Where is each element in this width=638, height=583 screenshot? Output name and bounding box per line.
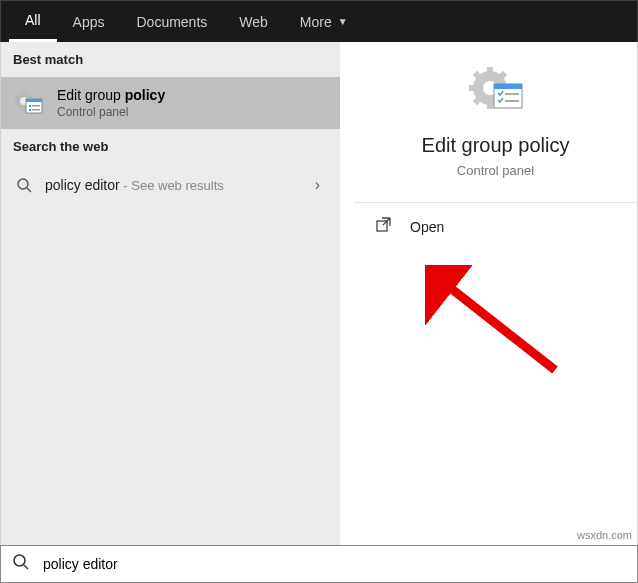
result-subtitle: Control panel [57,105,328,119]
filter-tabs: All Apps Documents Web More ▼ [0,0,638,42]
result-title: Edit group policy [57,87,328,103]
svg-rect-8 [29,105,31,107]
result-edit-group-policy[interactable]: Edit group policy Control panel [1,77,340,129]
svg-rect-24 [494,84,522,89]
svg-line-30 [24,565,28,569]
svg-point-12 [18,179,28,189]
gear-page-icon [13,87,45,119]
search-icon [13,554,29,574]
tab-more-label: More [300,14,332,30]
preview-subtitle: Control panel [354,163,637,178]
svg-rect-4 [14,100,17,103]
tab-web[interactable]: Web [223,1,284,42]
svg-rect-2 [23,90,26,94]
chevron-down-icon: ▼ [338,16,348,27]
svg-rect-18 [469,85,476,91]
best-match-header: Best match [1,42,340,77]
web-result-text: policy editor - See web results [45,177,315,193]
preview-pane: Edit group policy Control panel Open [354,42,638,545]
svg-rect-16 [487,67,493,74]
svg-point-29 [14,555,25,566]
svg-rect-10 [29,109,31,111]
tab-documents[interactable]: Documents [120,1,223,42]
svg-rect-26 [505,100,519,102]
search-input[interactable] [43,556,625,572]
tab-all[interactable]: All [9,1,57,42]
preview-gear-icon [354,64,637,120]
search-bar[interactable] [0,545,638,583]
tab-apps[interactable]: Apps [57,1,121,42]
svg-rect-7 [26,99,42,102]
open-external-icon [376,217,394,236]
svg-rect-9 [32,105,40,107]
chevron-right-icon: › [315,176,326,194]
svg-rect-3 [23,108,26,112]
results-pane: Best match Edit gr [0,42,340,545]
search-icon [15,178,33,193]
watermark: wsxdn.com [577,529,632,541]
open-action[interactable]: Open [354,203,637,250]
svg-rect-17 [487,102,493,109]
svg-rect-11 [32,109,40,111]
svg-line-13 [27,188,31,192]
search-web-header: Search the web [1,129,340,164]
web-result-item[interactable]: policy editor - See web results › [1,164,340,206]
tab-more[interactable]: More ▼ [284,1,364,42]
svg-rect-25 [505,93,519,95]
open-label: Open [410,219,444,235]
preview-title: Edit group policy [354,134,637,157]
